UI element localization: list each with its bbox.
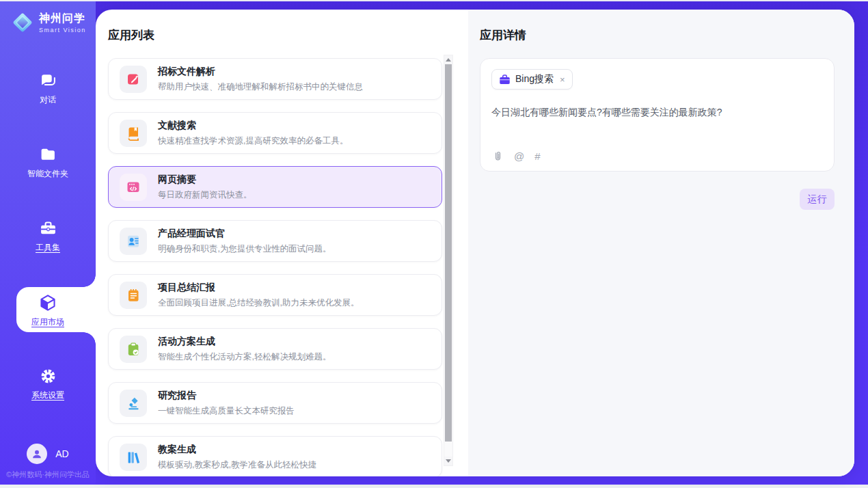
mention-icon[interactable]: @ [514, 150, 524, 162]
card-text: 网页摘要 每日政府新闻资讯快查。 [158, 174, 252, 201]
browser-code-icon [120, 174, 147, 201]
chat-icon [39, 72, 57, 90]
app-card-bid-analysis[interactable]: 招标文件解析 帮助用户快速、准确地理解和解析招标书中的关键信息 [108, 58, 442, 100]
app-card-project-summary[interactable]: 项目总结汇报 全面回顾项目进展,总结经验教训,助力未来优化发展。 [108, 274, 442, 316]
composer-card[interactable]: Bing搜索 × 今日湖北有哪些新闻要点?有哪些需要关注的最新政策? @ # [480, 58, 835, 172]
app-card-desc: 智能生成个性化活动方案,轻松解决规划难题。 [158, 351, 331, 363]
microscope-icon [120, 390, 147, 417]
toolbox-icon [39, 220, 57, 237]
edit-document-icon [120, 66, 147, 93]
sidebar-item-chat[interactable]: 对话 [0, 72, 96, 103]
scroll-up-arrow-icon[interactable] [444, 55, 452, 64]
app-card-title: 活动方案生成 [158, 336, 331, 348]
app-card-desc: 模板驱动,教案秒成,教学准备从此轻松快捷 [158, 459, 316, 471]
app-card-title: 招标文件解析 [158, 66, 363, 78]
query-input[interactable]: 今日湖北有哪些新闻要点?有哪些需要关注的最新政策? [491, 105, 823, 119]
logo-subtitle: Smart Vision [39, 27, 86, 33]
card-text: 文献搜索 快速精准查找学术资源,提高研究效率的必备工具。 [158, 120, 348, 147]
app-card-title: 产品经理面试官 [158, 228, 331, 240]
run-button[interactable]: 运行 [800, 189, 835, 210]
cube-icon [39, 294, 57, 312]
app-card-desc: 明确身份和职责,为您提供专业性的面试问题。 [158, 243, 331, 255]
app-card-desc: 一键智能生成高质量长文本研究报告 [158, 405, 295, 417]
app-card-title: 研究报告 [158, 390, 295, 402]
scrollbar-thumb[interactable] [445, 64, 452, 442]
hash-icon[interactable]: # [534, 150, 540, 162]
notepad-icon [120, 282, 147, 309]
logo-diamond-icon [11, 11, 34, 34]
user-initials: AD [55, 448, 68, 459]
sidebar-item-settings[interactable]: 系统设置 [0, 368, 96, 398]
app-card-title: 文献搜索 [158, 120, 348, 132]
close-icon[interactable]: × [560, 74, 565, 85]
app-card-literature-search[interactable]: 文献搜索 快速精准查找学术资源,提高研究效率的必备工具。 [108, 112, 442, 154]
books-icon [120, 444, 147, 471]
card-text: 活动方案生成 智能生成个性化活动方案,轻松解决规划难题。 [158, 336, 331, 363]
app-list: 招标文件解析 帮助用户快速、准确地理解和解析招标书中的关键信息 文献搜索 快速精… [108, 58, 442, 476]
sidebar-item-label: 应用市场 [31, 317, 64, 327]
briefcase-icon [499, 74, 511, 85]
interviewer-icon [120, 228, 147, 255]
card-text: 项目总结汇报 全面回顾项目进展,总结经验教训,助力未来优化发展。 [158, 282, 359, 309]
app-card-title: 网页摘要 [158, 174, 252, 186]
sidebar-item-smart-folder[interactable]: 智能文件夹 [0, 146, 96, 176]
sidebar-item-label: 工具集 [36, 243, 60, 252]
book-icon [120, 120, 147, 147]
sidebar-item-label: 智能文件夹 [27, 169, 68, 178]
tool-tag-bing-search[interactable]: Bing搜索 × [491, 69, 573, 90]
app-list-title: 应用列表 [108, 27, 468, 43]
sidebar-item-app-market[interactable]: 应用市场 [0, 294, 96, 324]
logo-text: 神州问学 Smart Vision [39, 12, 86, 33]
card-text: 产品经理面试官 明确身份和职责,为您提供专业性的面试问题。 [158, 228, 331, 255]
app-card-research-report[interactable]: 研究报告 一键智能生成高质量长文本研究报告 [108, 382, 442, 424]
sidebar-item-label: 系统设置 [31, 390, 64, 400]
card-text: 招标文件解析 帮助用户快速、准确地理解和解析招标书中的关键信息 [158, 66, 363, 93]
paperclip-icon[interactable] [492, 150, 504, 162]
app-detail-title: 应用详情 [480, 27, 835, 43]
app-card-title: 教案生成 [158, 444, 316, 456]
app-card-desc: 帮助用户快速、准确地理解和解析招标书中的关键信息 [158, 81, 363, 93]
logo-title: 神州问学 [39, 12, 86, 26]
main-panel: 应用列表 招标文件解析 帮助用户快速、准确地理解和解析招标书中的关键信息 [96, 10, 854, 476]
app-card-desc: 快速精准查找学术资源,提高研究效率的必备工具。 [158, 135, 348, 147]
card-text: 教案生成 模板驱动,教案秒成,教学准备从此轻松快捷 [158, 444, 316, 471]
copyright-text: ©神州数码·神州问学出品 [0, 470, 96, 480]
app-card-event-plan[interactable]: 活动方案生成 智能生成个性化活动方案,轻松解决规划难题。 [108, 328, 442, 370]
app-list-pane: 应用列表 招标文件解析 帮助用户快速、准确地理解和解析招标书中的关键信息 [96, 10, 468, 476]
app-card-web-summary[interactable]: 网页摘要 每日政府新闻资讯快查。 [108, 166, 442, 208]
scrollbar[interactable] [444, 55, 453, 466]
app-card-desc: 每日政府新闻资讯快查。 [158, 189, 252, 201]
tool-tag-label: Bing搜索 [515, 73, 554, 85]
sidebar-nav: 对话 智能文件夹 工具集 [0, 72, 96, 398]
sidebar-item-label: 对话 [40, 95, 56, 105]
gear-icon [39, 368, 57, 385]
app-card-lesson-plan[interactable]: 教案生成 模板驱动,教案秒成,教学准备从此轻松快捷 [108, 436, 442, 476]
composer-toolbar: @ # [492, 150, 541, 162]
card-text: 研究报告 一键智能生成高质量长文本研究报告 [158, 390, 295, 417]
app-card-title: 项目总结汇报 [158, 282, 359, 294]
folder-icon [39, 146, 57, 163]
sidebar-item-toolset[interactable]: 工具集 [0, 220, 96, 250]
app-card-pm-interviewer[interactable]: 产品经理面试官 明确身份和职责,为您提供专业性的面试问题。 [108, 220, 442, 262]
app-logo: 神州问学 Smart Vision [11, 11, 86, 34]
user-account[interactable]: AD [0, 444, 96, 464]
app-detail-pane: 应用详情 Bing搜索 × 今日湖北有哪些新闻要点?有哪些需要关注的最新政策? [468, 10, 854, 476]
sidebar: 神州问学 Smart Vision 对话 智能文件夹 [0, 1, 96, 485]
avatar [27, 444, 47, 464]
clipboard-check-icon [120, 336, 147, 363]
scroll-down-arrow-icon[interactable] [444, 457, 452, 465]
person-icon [30, 447, 44, 461]
app-card-desc: 全面回顾项目进展,总结经验教训,助力未来优化发展。 [158, 297, 359, 309]
